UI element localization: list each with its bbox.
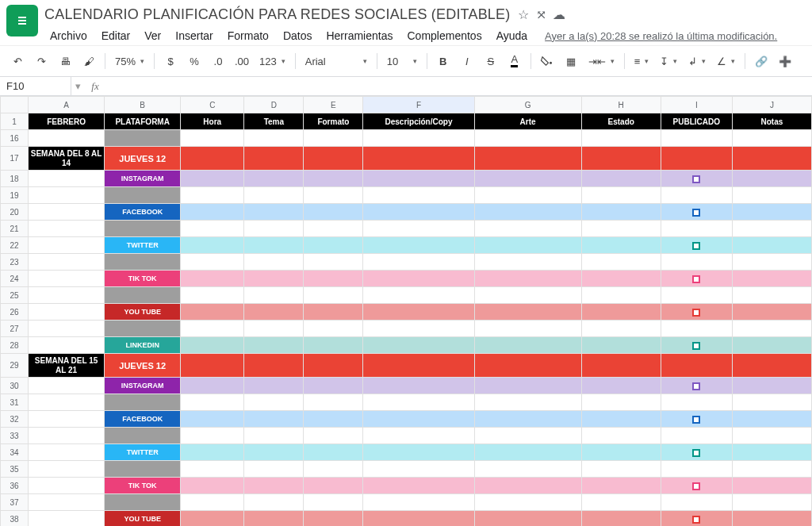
cell-H28[interactable] xyxy=(581,337,661,354)
move-icon[interactable]: ⤧ xyxy=(536,7,546,22)
cell-I36[interactable] xyxy=(661,478,732,494)
cell-I31[interactable] xyxy=(661,394,732,411)
cell-A23[interactable] xyxy=(29,254,105,271)
cloud-icon[interactable]: ☁ xyxy=(553,7,565,22)
cell-G28[interactable] xyxy=(474,337,581,354)
checkbox-publicado[interactable] xyxy=(692,342,700,350)
italic-icon[interactable]: I xyxy=(456,50,478,72)
checkbox-publicado[interactable] xyxy=(692,242,700,250)
cell-G37[interactable] xyxy=(474,494,581,511)
row-34[interactable]: 34 xyxy=(1,444,29,461)
cell-H19[interactable] xyxy=(581,187,661,204)
print-icon[interactable]: 🖶 xyxy=(54,50,76,72)
cell-I38[interactable] xyxy=(661,511,732,527)
cell-F25[interactable] xyxy=(363,287,474,304)
header-I[interactable]: PUBLICADO xyxy=(661,113,732,130)
cell-J37[interactable] xyxy=(732,494,811,511)
cell-G31[interactable] xyxy=(474,394,581,411)
checkbox-publicado[interactable] xyxy=(692,416,700,424)
col-D[interactable]: D xyxy=(244,97,304,113)
cell-I21[interactable] xyxy=(661,221,732,237)
cell-F27[interactable] xyxy=(363,321,474,337)
cell-H37[interactable] xyxy=(581,494,661,511)
cell-B19[interactable] xyxy=(105,187,181,204)
cell-F18[interactable] xyxy=(363,171,474,187)
cell-D21[interactable] xyxy=(244,221,304,237)
cell-B37[interactable] xyxy=(105,494,181,511)
header-B[interactable]: PLATAFORMA xyxy=(105,113,181,130)
cell-D36[interactable] xyxy=(244,478,304,494)
cell-E19[interactable] xyxy=(304,187,363,204)
cell-A31[interactable] xyxy=(29,394,105,411)
cell-D19[interactable] xyxy=(244,187,304,204)
menu-complementos[interactable]: Complementos xyxy=(401,26,487,45)
cell-B18[interactable]: INSTAGRAM xyxy=(105,171,181,187)
cell-F17[interactable] xyxy=(363,147,474,171)
cell-G22[interactable] xyxy=(474,237,581,254)
cell-C35[interactable] xyxy=(181,461,244,478)
cell-E37[interactable] xyxy=(304,494,363,511)
formula-input[interactable] xyxy=(106,77,812,95)
cell-G20[interactable] xyxy=(474,204,581,221)
zoom-dropdown[interactable]: 75%▾ xyxy=(110,50,149,72)
cell-H16[interactable] xyxy=(581,130,661,147)
cell-A36[interactable] xyxy=(29,478,105,494)
cell-F16[interactable] xyxy=(363,130,474,147)
row-20[interactable]: 20 xyxy=(1,204,29,221)
cell-E20[interactable] xyxy=(304,204,363,221)
row-33[interactable]: 33 xyxy=(1,428,29,444)
cell-E31[interactable] xyxy=(304,394,363,411)
cell-C21[interactable] xyxy=(181,221,244,237)
cell-H24[interactable] xyxy=(581,271,661,287)
cell-C30[interactable] xyxy=(181,378,244,394)
cell-B36[interactable]: TIK TOK xyxy=(105,478,181,494)
cell-H31[interactable] xyxy=(581,394,661,411)
menu-datos[interactable]: Datos xyxy=(278,26,318,45)
cell-J34[interactable] xyxy=(732,444,811,461)
cell-B31[interactable] xyxy=(105,394,181,411)
col-A[interactable]: A xyxy=(29,97,105,113)
cell-G38[interactable] xyxy=(474,511,581,527)
row-32[interactable]: 32 xyxy=(1,411,29,428)
cell-C33[interactable] xyxy=(181,428,244,444)
cell-C24[interactable] xyxy=(181,271,244,287)
cell-I34[interactable] xyxy=(661,444,732,461)
cell-F36[interactable] xyxy=(363,478,474,494)
cell-C25[interactable] xyxy=(181,287,244,304)
col-I[interactable]: I xyxy=(661,97,732,113)
row-31[interactable]: 31 xyxy=(1,394,29,411)
cell-G35[interactable] xyxy=(474,461,581,478)
cell-G21[interactable] xyxy=(474,221,581,237)
cell-A27[interactable] xyxy=(29,321,105,337)
currency-icon[interactable]: $ xyxy=(159,50,182,72)
cell-A37[interactable] xyxy=(29,494,105,511)
cell-F35[interactable] xyxy=(363,461,474,478)
cell-B26[interactable]: YOU TUBE xyxy=(105,304,181,321)
row-21[interactable]: 21 xyxy=(1,221,29,237)
cell-B38[interactable]: YOU TUBE xyxy=(105,511,181,527)
col-H[interactable]: H xyxy=(581,97,661,113)
cell-J23[interactable] xyxy=(732,254,811,271)
cell-D35[interactable] xyxy=(244,461,304,478)
cell-J36[interactable] xyxy=(732,478,811,494)
cell-G33[interactable] xyxy=(474,428,581,444)
cell-C29[interactable] xyxy=(181,354,244,378)
undo-icon[interactable]: ↶ xyxy=(6,50,29,72)
cell-F23[interactable] xyxy=(363,254,474,271)
cell-I24[interactable] xyxy=(661,271,732,287)
last-edit[interactable]: Ayer a la(s) 20:28 se realizó la última … xyxy=(539,27,783,45)
cell-J32[interactable] xyxy=(732,411,811,428)
cell-E35[interactable] xyxy=(304,461,363,478)
cell-J24[interactable] xyxy=(732,271,811,287)
cell-B22[interactable]: TWITTER xyxy=(105,237,181,254)
cell-B16[interactable] xyxy=(105,130,181,147)
cell-E24[interactable] xyxy=(304,271,363,287)
cell-A38[interactable] xyxy=(29,511,105,527)
cell-C20[interactable] xyxy=(181,204,244,221)
cell-J35[interactable] xyxy=(732,461,811,478)
checkbox-publicado[interactable] xyxy=(692,209,700,217)
cell-B25[interactable] xyxy=(105,287,181,304)
strike-icon[interactable]: S xyxy=(480,50,502,72)
percent-icon[interactable]: % xyxy=(183,50,205,72)
cell-H17[interactable] xyxy=(581,147,661,171)
